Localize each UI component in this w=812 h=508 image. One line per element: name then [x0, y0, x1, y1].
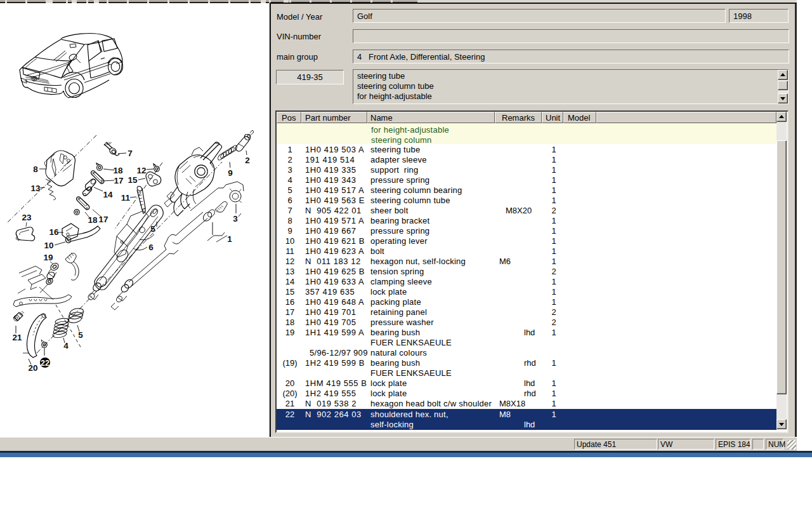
- svg-text:6: 6: [148, 243, 154, 252]
- svg-text:10: 10: [44, 241, 53, 250]
- svg-text:23: 23: [22, 213, 32, 222]
- svg-text:14: 14: [103, 190, 113, 199]
- svg-text:17: 17: [114, 176, 123, 185]
- svg-text:5: 5: [78, 330, 83, 340]
- svg-text:16: 16: [49, 227, 59, 237]
- svg-text:15: 15: [128, 175, 138, 185]
- svg-text:11: 11: [121, 193, 131, 203]
- svg-text:21: 21: [12, 333, 22, 342]
- svg-text:22: 22: [41, 359, 49, 368]
- svg-text:8: 8: [33, 164, 38, 174]
- svg-text:13: 13: [30, 184, 41, 193]
- svg-text:3: 3: [233, 214, 238, 224]
- svg-text:7: 7: [128, 149, 133, 158]
- svg-text:5: 5: [150, 224, 155, 234]
- svg-text:1: 1: [227, 234, 232, 244]
- svg-text:9: 9: [228, 168, 233, 178]
- svg-text:18: 18: [113, 166, 123, 175]
- svg-text:2: 2: [245, 156, 250, 165]
- svg-text:19: 19: [43, 253, 53, 262]
- svg-text:20: 20: [28, 363, 37, 373]
- svg-text:18: 18: [88, 215, 98, 225]
- svg-text:12: 12: [136, 166, 146, 175]
